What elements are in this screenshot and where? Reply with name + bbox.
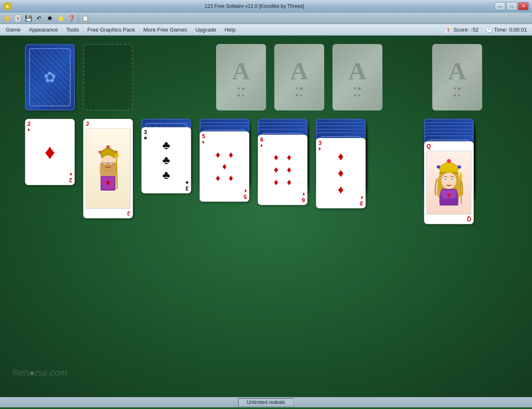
svg-point-25 bbox=[451, 179, 452, 179]
hud-panel: 🃏 Score: -52 🕐 Time: 0:00:01 bbox=[445, 26, 530, 33]
card-suit: ♦ bbox=[27, 127, 31, 132]
ace-letter-3: A bbox=[348, 57, 366, 86]
toolbar-icon-redo[interactable]: ✱ bbox=[45, 13, 55, 23]
time-label: Time: bbox=[494, 27, 507, 33]
menu-game[interactable]: Game bbox=[2, 25, 25, 34]
svg-point-2 bbox=[99, 151, 101, 153]
suit-icons-2: ♥♣ ♠♦ bbox=[296, 86, 303, 98]
status-message: Unlimited redeals bbox=[238, 398, 294, 407]
menu-upgrade[interactable]: Upgrade bbox=[191, 25, 220, 34]
card-3c-center: ♣ ♣ ♣ bbox=[163, 139, 170, 182]
suit-icons-4: ♥♣ ♠♦ bbox=[453, 86, 461, 98]
menu-tools[interactable]: Tools bbox=[62, 25, 83, 34]
menubar: Game Appearance Tools Free Graphics Pack… bbox=[0, 24, 532, 36]
ace-letter-2: A bbox=[290, 57, 308, 86]
toolbar-icon-save[interactable]: 💾 bbox=[23, 13, 33, 23]
card-3d-br: 3 ♦ bbox=[360, 194, 363, 206]
time-value: 0:00:01 bbox=[509, 27, 527, 33]
window-title: 123 Free Solitaire v12.0 [Klondike by Th… bbox=[14, 3, 495, 9]
card-5d-center: ♦♦ ♦ ♦♦ bbox=[216, 149, 233, 184]
card-tl-rank: 2 ♦ bbox=[27, 121, 31, 133]
game-area: ✿ A ♥♣ ♠♦ A ♥♣ ♠♦ A ♥♣ bbox=[0, 36, 532, 397]
suit-icons-3: ♥♣ ♠♦ bbox=[354, 86, 361, 98]
svg-point-1 bbox=[106, 145, 110, 149]
toolbar-icon-new[interactable]: 🃏 bbox=[12, 13, 22, 23]
svg-point-7 bbox=[105, 162, 106, 164]
svg-point-16 bbox=[437, 165, 440, 169]
jack-svg bbox=[91, 144, 125, 193]
card-5d-br: 5 ♦ bbox=[244, 188, 247, 200]
card-5d-tl: 5 ♦ bbox=[202, 133, 205, 145]
svg-point-19 bbox=[441, 172, 456, 189]
toolbar-icon-extra[interactable]: 📋 bbox=[80, 13, 90, 23]
card-center-pip: ♦ bbox=[44, 140, 55, 164]
score-label: Score: bbox=[453, 27, 469, 33]
menu-help[interactable]: Help bbox=[220, 25, 240, 34]
watermark: fileh●rse.com bbox=[12, 367, 67, 378]
score-display: 🃏 Score: -52 bbox=[445, 26, 478, 33]
time-display: 🕐 Time: 0:00:01 bbox=[485, 26, 527, 33]
close-button[interactable]: ✕ bbox=[518, 2, 529, 10]
menu-appearance[interactable]: Appearance bbox=[25, 25, 62, 34]
toolbar-separator bbox=[78, 14, 79, 22]
svg-point-8 bbox=[111, 162, 112, 164]
ace-letter-4: A bbox=[448, 57, 466, 86]
toolbar-icon-help[interactable]: ❓ bbox=[66, 13, 76, 23]
svg-point-24 bbox=[445, 179, 446, 179]
ace-letter: A bbox=[232, 57, 250, 86]
svg-point-15 bbox=[447, 159, 451, 163]
queen-figure bbox=[426, 151, 471, 215]
card-6d-br: 6 ♦ bbox=[302, 191, 305, 203]
card-6d-tl: 6 ♦ bbox=[260, 137, 264, 149]
maximize-button[interactable]: □ bbox=[506, 2, 517, 10]
app-icon: ♠ bbox=[3, 2, 12, 10]
svg-line-11 bbox=[116, 156, 117, 189]
toolbar: ☀️ 🃏 💾 ↶ ✱ ⭐ ❓ 📋 bbox=[0, 12, 532, 24]
svg-point-12 bbox=[115, 153, 119, 157]
menu-more-games[interactable]: More Free Games bbox=[139, 25, 191, 34]
suit-icons: ♥♣ ♠♦ bbox=[237, 86, 245, 98]
card-3d-tl: 3 ♦ bbox=[318, 140, 322, 152]
score-value: -52 bbox=[471, 27, 479, 33]
queen-svg bbox=[432, 158, 466, 208]
titlebar: ♠ 123 Free Solitaire v12.0 [Klondike by … bbox=[0, 0, 532, 12]
card-3d-center: ♦ ♦ ♦ bbox=[338, 150, 344, 196]
card-3c-br: 3 ♣ bbox=[185, 179, 189, 191]
statusbar: Unlimited redeals bbox=[0, 397, 532, 407]
card-br: 2 ♦ bbox=[69, 171, 72, 183]
window-controls: — □ ✕ bbox=[495, 2, 529, 10]
toolbar-icon-sun[interactable]: ☀️ bbox=[2, 13, 12, 23]
jack-figure bbox=[86, 128, 131, 209]
svg-point-3 bbox=[115, 151, 118, 153]
card-back-ornament: ✿ bbox=[44, 69, 56, 86]
card-3c-tl: 3 ♣ bbox=[144, 129, 147, 141]
minimize-button[interactable]: — bbox=[495, 2, 505, 10]
svg-point-17 bbox=[458, 165, 461, 169]
toolbar-icon-undo[interactable]: ↶ bbox=[34, 13, 44, 23]
card-6d-center: ♦♦ ♦♦ ♦♦ bbox=[274, 152, 291, 188]
card-rank: 2 bbox=[27, 121, 31, 127]
toolbar-icon-star[interactable]: ⭐ bbox=[56, 13, 66, 23]
menu-free-graphics[interactable]: Free Graphics Pack bbox=[83, 25, 139, 34]
